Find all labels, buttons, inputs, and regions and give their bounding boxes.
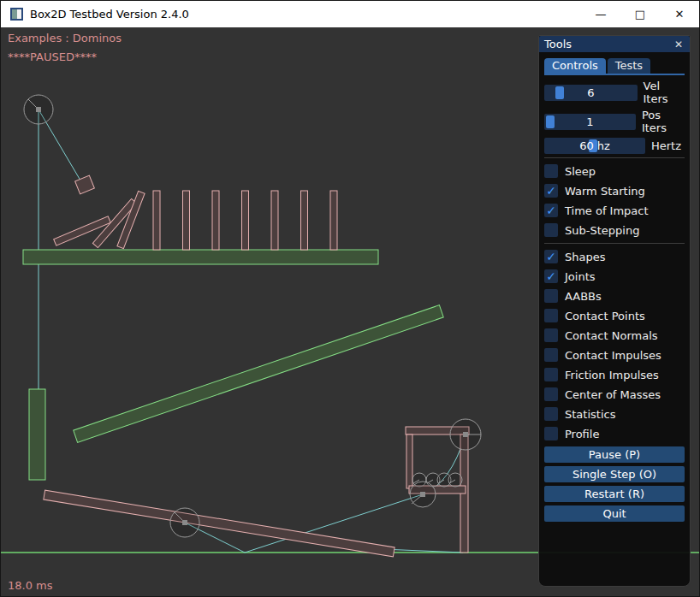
slider-label: Vel Iters <box>644 80 685 105</box>
tools-panel-close-icon[interactable]: ✕ <box>672 38 685 50</box>
checkbox-row-contact-points[interactable]: Contact Points <box>544 309 685 322</box>
slider-value: 60 hz <box>544 138 645 154</box>
app-window: Box2D Testbed Version 2.4.0 — □ ✕ <box>0 0 700 597</box>
example-label: Examples : Dominos <box>8 32 122 44</box>
pause-p-button[interactable]: Pause (P) <box>544 446 685 463</box>
checkbox-joints[interactable]: ✓ <box>544 269 558 283</box>
tab-controls[interactable]: Controls <box>544 58 606 74</box>
checkbox-statistics[interactable] <box>544 407 558 421</box>
hanging-box <box>75 175 95 194</box>
checkbox-label: Statistics <box>565 408 615 421</box>
single-step-o-button[interactable]: Single Step (O) <box>544 466 685 482</box>
joint-anchor <box>36 107 41 112</box>
separator <box>544 157 685 158</box>
tools-panel-title: Tools <box>544 38 572 50</box>
checkbox-label: Contact Normals <box>565 329 658 342</box>
checkbox-aabbs[interactable] <box>544 289 558 303</box>
slider-pos-iters[interactable]: 1 <box>544 114 636 130</box>
slider-row-pos-iters: 1Pos Iters <box>544 109 685 134</box>
checkbox-row-sub-stepping[interactable]: Sub-Stepping <box>544 223 685 237</box>
checkbox-row-shapes[interactable]: ✓Shapes <box>544 250 685 263</box>
window-title: Box2D Testbed Version 2.4.0 <box>30 8 189 21</box>
pendulum-circle <box>24 95 53 124</box>
domino-platform <box>23 250 378 264</box>
checkbox-row-sleep[interactable]: Sleep <box>544 164 685 178</box>
checkbox-sleep[interactable] <box>544 164 558 178</box>
frame-time-label: 18.0 ms <box>8 579 53 592</box>
checkbox-row-aabbs[interactable]: AABBs <box>544 289 685 303</box>
tools-panel-titlebar[interactable]: Tools ✕ <box>539 36 690 52</box>
checkbox-label: Profile <box>565 428 599 440</box>
slider-group: 6Vel Iters1Pos Iters60 hzHertz <box>544 80 685 154</box>
slider-label: Hertz <box>651 139 681 152</box>
checkbox-time-of-impact[interactable]: ✓ <box>544 204 558 217</box>
checkbox-friction-impulses[interactable] <box>544 368 558 381</box>
joint-anchor <box>463 432 468 437</box>
vertical-plank <box>29 389 45 480</box>
checkbox-row-center-of-masses[interactable]: Center of Masses <box>544 387 685 401</box>
seesaw-circle <box>170 508 199 537</box>
checkbox-label: Joints <box>565 270 596 283</box>
slider-label: Pos Iters <box>642 109 685 134</box>
shelf-pivot-circle <box>410 482 436 507</box>
tab-bar: Controls Tests <box>544 58 685 75</box>
close-button[interactable]: ✕ <box>660 1 699 27</box>
checkbox-row-joints[interactable]: ✓Joints <box>544 269 685 283</box>
checkbox-row-warm-starting[interactable]: ✓Warm Starting <box>544 184 685 198</box>
checkbox-group-solver: Sleep✓Warm Starting✓Time of ImpactSub-St… <box>544 164 685 237</box>
fallen-dominos <box>54 191 145 248</box>
checkbox-group-draw: ✓Shapes✓JointsAABBsContact PointsContact… <box>544 250 685 440</box>
tab-tests[interactable]: Tests <box>608 58 650 74</box>
checkbox-contact-points[interactable] <box>544 309 558 322</box>
slider-row-vel-iters: 6Vel Iters <box>544 80 685 105</box>
seesaw-plank <box>44 490 394 557</box>
checkbox-label: Contact Points <box>565 310 645 322</box>
minimize-button[interactable]: — <box>581 1 620 27</box>
slider-row-hertz: 60 hzHertz <box>544 138 685 154</box>
slider-value: 6 <box>544 85 638 101</box>
checkbox-row-contact-impulses[interactable]: Contact Impulses <box>544 348 685 362</box>
checkbox-sub-stepping[interactable] <box>544 223 558 237</box>
checkbox-label: Warm Starting <box>565 185 645 198</box>
window-controls: — □ ✕ <box>581 1 699 27</box>
window-titlebar: Box2D Testbed Version 2.4.0 — □ ✕ <box>1 1 699 27</box>
checkbox-label: Contact Impulses <box>565 349 661 362</box>
checkbox-label: Sleep <box>565 165 596 178</box>
frame-pivot-circle <box>450 419 481 450</box>
checkbox-label: Sub-Stepping <box>565 224 639 237</box>
restart-r-button[interactable]: Restart (R) <box>544 486 685 502</box>
quit-button[interactable]: Quit <box>544 505 685 522</box>
checkbox-center-of-masses[interactable] <box>544 387 558 401</box>
joint-anchor <box>182 520 187 525</box>
slider-hertz[interactable]: 60 hz <box>544 138 645 154</box>
checkbox-contact-impulses[interactable] <box>544 348 558 362</box>
checkbox-contact-normals[interactable] <box>544 328 558 342</box>
checkbox-row-contact-normals[interactable]: Contact Normals <box>544 328 685 342</box>
checkbox-row-friction-impulses[interactable]: Friction Impulses <box>544 368 685 381</box>
angled-plank <box>74 305 443 443</box>
checkbox-row-profile[interactable]: Profile <box>544 427 685 440</box>
checkbox-label: Friction Impulses <box>565 369 659 381</box>
paused-label: ****PAUSED**** <box>8 50 97 63</box>
checkbox-row-statistics[interactable]: Statistics <box>544 407 685 421</box>
checkbox-label: AABBs <box>565 290 602 303</box>
tools-panel: Tools ✕ Controls Tests 6Vel Iters1Pos It… <box>538 35 691 587</box>
separator <box>544 243 685 244</box>
physics-viewport[interactable]: Examples : Dominos ****PAUSED**** 18.0 m… <box>1 27 700 597</box>
tools-panel-body: Controls Tests 6Vel Iters1Pos Iters60 hz… <box>539 58 690 522</box>
checkbox-label: Shapes <box>565 251 605 263</box>
action-buttons: Pause (P)Single Step (O)Restart (R)Quit <box>544 446 685 522</box>
standing-dominos <box>153 191 337 250</box>
slider-value: 1 <box>544 114 636 130</box>
checkbox-label: Time of Impact <box>565 204 649 217</box>
checkbox-warm-starting[interactable]: ✓ <box>544 184 558 198</box>
checkbox-profile[interactable] <box>544 427 558 440</box>
slider-vel-iters[interactable]: 6 <box>544 85 638 101</box>
checkbox-row-time-of-impact[interactable]: ✓Time of Impact <box>544 204 685 217</box>
checkbox-shapes[interactable]: ✓ <box>544 250 558 263</box>
maximize-button[interactable]: □ <box>620 1 660 27</box>
checkbox-label: Center of Masses <box>565 388 661 401</box>
joint-anchor <box>420 492 425 497</box>
app-icon <box>10 8 23 21</box>
